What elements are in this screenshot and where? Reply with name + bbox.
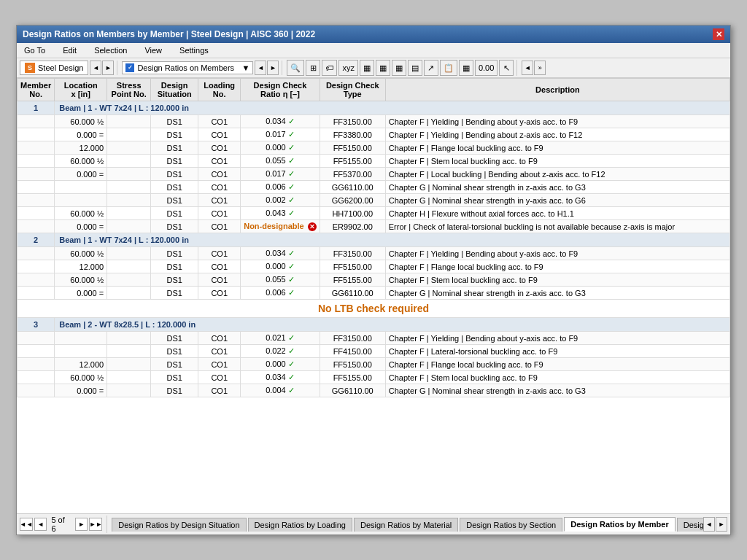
next-page-button[interactable]: ►: [75, 518, 88, 531]
table-row: 60.000 ½DS1CO10.055 ✓FF5155.00Chapter F …: [18, 273, 730, 287]
toolbar-next-arrow[interactable]: »: [534, 61, 546, 75]
pointer-button[interactable]: ↖: [499, 60, 514, 76]
ratio-cell: 0.004 ✓: [241, 384, 320, 397]
section-label-2: Beam | 1 - WT 7x24 | L : 120.000 in: [55, 233, 730, 247]
header-stress-point: StressPoint No.: [107, 79, 151, 101]
cell-4: CO1: [198, 345, 241, 358]
menu-edit[interactable]: Edit: [58, 44, 81, 56]
export-button[interactable]: ↗: [424, 60, 438, 76]
cell-3: DS1: [151, 207, 198, 220]
cell-1: [55, 345, 107, 358]
cell-4: CO1: [198, 181, 241, 194]
cell-3: DS1: [151, 155, 198, 168]
grid-button3[interactable]: ▦: [392, 60, 406, 76]
label-button[interactable]: 🏷: [322, 60, 337, 76]
cell-3: DS1: [151, 384, 198, 397]
cell-6: FF5155.00: [320, 371, 385, 384]
design-next-arrow[interactable]: ►: [267, 61, 279, 75]
tab-design-ratios-by-member[interactable]: Design Ratios by Member: [564, 517, 675, 532]
xyz-button[interactable]: xyz: [338, 60, 358, 76]
cell-3: DS1: [151, 273, 198, 287]
cell-0: [18, 128, 55, 141]
design-ratios-table: MemberNo. Locationx [in] StressPoint No.…: [17, 78, 730, 397]
grid-button2[interactable]: ▦: [376, 60, 390, 76]
tab-next-arrow[interactable]: ►: [716, 517, 727, 532]
grid-button1[interactable]: ▦: [360, 60, 374, 76]
tab-nav-arrows: ◄ ►: [703, 517, 727, 532]
cell-4: CO1: [198, 115, 241, 128]
cell-0: [18, 181, 55, 194]
cell-0: [18, 247, 55, 260]
tab-design-ratios-by-loading[interactable]: Design Ratios by Loading: [248, 518, 352, 532]
tab-design-ratios-by-material[interactable]: Design Ratios by Material: [354, 518, 458, 532]
section-header-1: 1Beam | 1 - WT 7x24 | L : 120.000 in: [18, 101, 730, 115]
last-page-button[interactable]: ►►: [89, 518, 102, 531]
tab-prev-arrow[interactable]: ◄: [703, 517, 715, 532]
design-prev-arrow[interactable]: ◄: [255, 61, 266, 75]
steel-prev-arrow[interactable]: ◄: [90, 61, 101, 75]
cell-6: GG6110.00: [320, 287, 385, 300]
tab-design-ratios-by-design-situation[interactable]: Design Ratios by Design Situation: [112, 518, 246, 532]
cell-4: CO1: [198, 358, 241, 371]
settings-button[interactable]: 0.00: [475, 60, 498, 76]
tab-design[interactable]: Design: [677, 518, 703, 532]
cell-1: [55, 181, 107, 194]
cell-2: [107, 371, 151, 384]
filter-button[interactable]: ⊞: [306, 60, 320, 76]
cell-6: FF5155.00: [320, 273, 385, 287]
design-ratios-dropdown[interactable]: ✓ Design Ratios on Members ▼: [122, 61, 253, 74]
cell-4: CO1: [198, 220, 241, 233]
close-button[interactable]: ✕: [713, 28, 724, 40]
toolbar-nav-arrows: ◄ »: [522, 61, 546, 75]
cell-6: FF3380.00: [320, 128, 385, 141]
toolbar-steel-section: S Steel Design ◄ ►: [20, 61, 117, 75]
steel-next-arrow[interactable]: ►: [102, 61, 114, 75]
cell-2: [107, 358, 151, 371]
menu-goto[interactable]: Go To: [20, 44, 50, 56]
member-number-3: 3: [18, 318, 55, 332]
steel-design-text: Steel Design: [38, 63, 83, 72]
cell-0: [18, 273, 55, 287]
header-description: Description: [385, 79, 729, 101]
ratio-cell: 0.000 ✓: [241, 260, 320, 273]
cell-0: [18, 384, 55, 397]
cell-3: DS1: [151, 345, 198, 358]
tab-bar: Design Ratios by Design SituationDesign …: [112, 517, 703, 532]
copy-button[interactable]: 📋: [440, 60, 457, 76]
search-button[interactable]: 🔍: [287, 60, 304, 76]
cell-1: 60.000 ½: [55, 247, 107, 260]
cell-3: DS1: [151, 287, 198, 300]
dropdown-arrow: ▼: [241, 63, 249, 72]
description-cell: Chapter F | Local buckling | Bending abo…: [385, 168, 729, 181]
prev-page-button[interactable]: ◄: [34, 518, 47, 531]
ratio-cell: 0.000 ✓: [241, 358, 320, 371]
first-page-button[interactable]: ◄◄: [20, 518, 33, 531]
calc-button[interactable]: ▦: [459, 60, 473, 76]
toolbar-prev-arrow[interactable]: ◄: [522, 61, 533, 75]
table-row: 60.000 ½DS1CO10.043 ✓HH7100.00Chapter H …: [18, 207, 730, 220]
cell-6: FF4150.00: [320, 345, 385, 358]
description-cell: Chapter F | Yielding | Bending about y-a…: [385, 332, 729, 345]
description-cell: Chapter F | Lateral-torsional buckling a…: [385, 345, 729, 358]
menu-settings[interactable]: Settings: [175, 44, 213, 56]
ratio-cell: 0.017 ✓: [241, 128, 320, 141]
table-row: 12.000DS1CO10.000 ✓FF5150.00Chapter F | …: [18, 260, 730, 273]
header-location: Locationx [in]: [55, 79, 107, 101]
cell-4: CO1: [198, 168, 241, 181]
description-cell: Chapter G | Nominal shear strength in z-…: [385, 181, 729, 194]
cell-6: FF5155.00: [320, 155, 385, 168]
cell-1: 60.000 ½: [55, 273, 107, 287]
cell-2: [107, 247, 151, 260]
ratio-cell: 0.002 ✓: [241, 194, 320, 207]
table-button[interactable]: ▤: [408, 60, 422, 76]
tab-design-ratios-by-section[interactable]: Design Ratios by Section: [460, 518, 562, 532]
cell-3: DS1: [151, 371, 198, 384]
menu-selection[interactable]: Selection: [90, 44, 131, 56]
cell-0: [18, 371, 55, 384]
steel-nav-arrows: ◄ ►: [90, 61, 114, 75]
cell-1: 60.000 ½: [55, 207, 107, 220]
cell-1: 0.000 =: [55, 168, 107, 181]
main-window: Design Ratios on Members by Member | Ste…: [16, 25, 731, 535]
cell-4: CO1: [198, 384, 241, 397]
menu-view[interactable]: View: [140, 44, 166, 56]
